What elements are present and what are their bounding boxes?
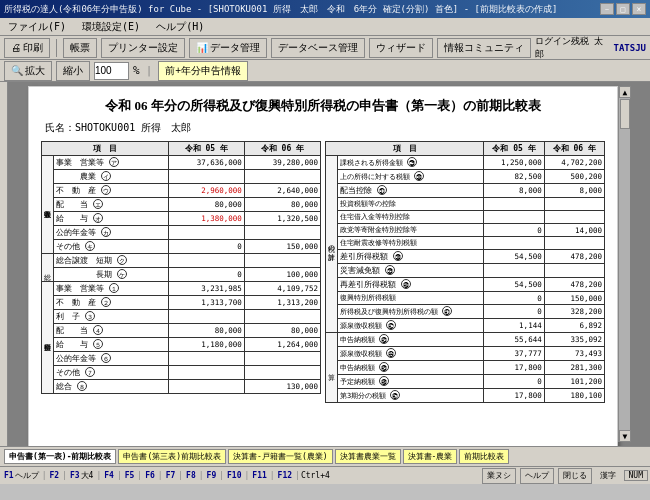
db-mgmt-button[interactable]: データベース管理 — [271, 38, 365, 58]
tab-sixth[interactable]: 前期比較表 — [459, 449, 509, 464]
right-table: 項 目 令和 05 年 令和 06 年 税の計算 課税される所得金額 ㉙ 1,2… — [325, 141, 605, 403]
table-row: 申告納税額 ㊺ 17,800 281,300 — [326, 361, 605, 375]
row-shinkok-label: 申告納税額 ㊸ — [338, 333, 484, 347]
row-tanto-06 — [244, 254, 320, 268]
f1-label: ヘルプ — [15, 470, 39, 481]
row-seito-label: 政党等寄附金特別控除等 — [338, 224, 484, 237]
section-shunyuu: 収入金額等 — [42, 156, 54, 254]
table-row: 源泉徴収税額 ㊷ 1,144 6,892 — [326, 319, 605, 333]
fn10[interactable]: F10 — [225, 471, 243, 480]
row-zatsu-05 — [168, 226, 244, 240]
table-row: その他 ７ — [42, 366, 321, 380]
table-row: 給 与 オ 1,380,000 1,320,500 — [42, 212, 321, 226]
row-eigyo-06: 39,280,000 — [244, 156, 320, 170]
data-mgmt-button[interactable]: 📊 データ管理 — [189, 38, 267, 58]
tab-fourth[interactable]: 決算書農業一覧 — [335, 449, 401, 464]
table-row: 配 当 ４ 80,000 80,000 — [42, 324, 321, 338]
gyomu-button[interactable]: 業ヌシ — [482, 468, 516, 484]
row-zatsu-06 — [244, 226, 320, 240]
right-header-y06: 令和 06 年 — [544, 142, 604, 156]
fn11[interactable]: F11 — [250, 471, 268, 480]
row-jutaku-05 — [484, 211, 544, 224]
tab-third[interactable]: 決算書-戸籍書一覧(農業) — [228, 449, 332, 464]
next-button[interactable]: 前+年分申告情報 — [158, 61, 248, 81]
row-taishin-05 — [484, 237, 544, 250]
help-button[interactable]: ヘルプ — [520, 468, 554, 484]
left-header: 項 目 令和 05 年 令和 06 年 — [42, 142, 321, 156]
main-area: 令和 06 年分の所得税及び復興特別所得税の申告書（第一表）の前期比較表 氏名：… — [0, 82, 650, 446]
row-s-rishi-05 — [168, 310, 244, 324]
fn2[interactable]: F2 — [47, 471, 61, 480]
scroll-down-button[interactable]: ▼ — [619, 430, 631, 442]
close-button[interactable]: × — [632, 3, 646, 15]
row-saihiki-06: 478,200 — [544, 250, 604, 264]
row-haito-kojo-05: 8,000 — [484, 184, 544, 198]
fn4[interactable]: F4 — [102, 471, 116, 480]
print-button[interactable]: 🖨 印刷 — [4, 38, 50, 58]
row-s-fudosan-label: 不 動 産 ２ — [54, 296, 169, 310]
row-s-sogo-05 — [168, 380, 244, 394]
table-row: 収入金額等 事業 営業等 ア 37,636,000 39,280,000 — [42, 156, 321, 170]
row-eigyo-label: 事業 営業等 ア — [54, 156, 169, 170]
row-s-haito-06: 80,000 — [244, 324, 320, 338]
minimize-button[interactable]: － — [600, 3, 614, 15]
row-kazei-06: 4,702,200 — [544, 156, 604, 170]
row-nogyo-05 — [168, 170, 244, 184]
fn9[interactable]: F9 — [205, 471, 219, 480]
scrollbar-vertical[interactable]: ▲ ▼ — [618, 86, 630, 442]
row-gensen-05: 1,144 — [484, 319, 544, 333]
table-row: 予定納税額 ㊻ 0 101,200 — [326, 375, 605, 389]
menu-file[interactable]: ファイル(F) — [4, 19, 70, 35]
zoom-input[interactable] — [94, 62, 129, 80]
row-toshi-06 — [544, 198, 604, 211]
fn7[interactable]: F7 — [164, 471, 178, 480]
fn5[interactable]: F5 — [123, 471, 137, 480]
f1-num: F1 — [4, 471, 14, 480]
fn6[interactable]: F6 — [143, 471, 157, 480]
menu-settings[interactable]: 環境設定(E) — [78, 19, 144, 35]
table-row: 第3期分の税額 ㊼ 17,800 180,100 — [326, 389, 605, 403]
print-setting-button[interactable]: プリンター設定 — [101, 38, 185, 58]
row-gensen-06: 6,892 — [544, 319, 604, 333]
row-fudosan-05: 2,960,000 — [168, 184, 244, 198]
scroll-thumb[interactable] — [620, 99, 630, 129]
row-shinkok2-05: 17,800 — [484, 361, 544, 375]
tab-fifth[interactable]: 決算書-農業 — [403, 449, 458, 464]
row-gensen2-label: 源泉徴収税額 ㊹ — [338, 347, 484, 361]
logo-label: TATSJU — [613, 43, 646, 53]
row-kyuyo-06: 1,320,500 — [244, 212, 320, 226]
ime-status: 漢字 — [596, 470, 620, 481]
body-button[interactable]: 帳票 — [63, 38, 97, 58]
wizard-button[interactable]: ウィザード — [369, 38, 433, 58]
community-button[interactable]: 情報コミュニティ — [437, 38, 531, 58]
fn8[interactable]: F8 — [184, 471, 198, 480]
maximize-button[interactable]: □ — [616, 3, 630, 15]
table-row: 長期 ケ 0 100,000 — [42, 268, 321, 282]
scroll-track — [619, 98, 630, 430]
tab-first[interactable]: 申告書(第一表)-前期比較表 — [4, 449, 116, 464]
tab-second[interactable]: 申告書(第三表)前期比較表 — [118, 449, 226, 464]
scroll-up-button[interactable]: ▲ — [619, 86, 631, 98]
right-header-item: 項 目 — [326, 142, 484, 156]
close-app-button[interactable]: 閉じる — [558, 468, 592, 484]
zoom-in-button[interactable]: 🔍 拡大 — [4, 61, 52, 81]
fn12[interactable]: F12 — [276, 471, 294, 480]
fn3[interactable]: F3 大4 — [68, 470, 95, 481]
row-zatsu-label: 公的年金等 カ — [54, 226, 169, 240]
row-toshi-05 — [484, 198, 544, 211]
table-row: 源泉徴収税額 ㊹ 37,777 73,493 — [326, 347, 605, 361]
row-tanto-05 — [168, 254, 244, 268]
row-nogyo-06 — [244, 170, 320, 184]
fn1[interactable]: F1 ヘルプ — [2, 470, 41, 481]
row-seito-06: 14,000 — [544, 224, 604, 237]
data-icon: 📊 — [196, 42, 208, 53]
row-daisan-label: 第3期分の税額 ㊼ — [338, 389, 484, 403]
table-row: 給 与 ５ 1,180,000 1,264,000 — [42, 338, 321, 352]
zoom-out-button[interactable]: 縮小 — [56, 61, 90, 81]
bottom-controls: 業ヌシ ヘルプ 閉じる 漢字 NUM — [482, 468, 648, 484]
menu-help[interactable]: ヘルプ(H) — [152, 19, 208, 35]
table-row: 所得税及び復興特別所得税の額 ㊶ 0 328,200 — [326, 305, 605, 319]
separator — [56, 39, 57, 57]
left-header-y06: 令和 06 年 — [244, 142, 320, 156]
row-s-kyuyo-05: 1,180,000 — [168, 338, 244, 352]
